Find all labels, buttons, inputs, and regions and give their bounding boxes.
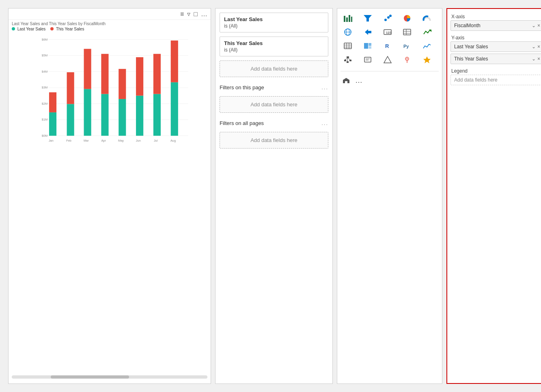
filter-last-year-sales[interactable]: Last Year Sales is (All) (220, 13, 328, 32)
chart-legend: Last Year Sales This Year Sales (9, 27, 211, 33)
svg-rect-28 (171, 82, 178, 136)
kpi-icon[interactable] (420, 26, 434, 39)
filter-icon[interactable]: ▿ (187, 10, 190, 18)
chart-svg: $6M $5M $4M $3M $2M $1M $0M (12, 34, 207, 148)
fiscal-month-text: FiscalMonth (454, 23, 481, 28)
svg-rect-65 (369, 46, 371, 49)
remove-field-icon[interactable]: × (537, 23, 540, 28)
add-data-fields-all[interactable]: Add data fields here (220, 132, 328, 149)
svg-rect-29 (171, 41, 178, 82)
chevron-down-icon-3[interactable]: ⌄ (532, 56, 536, 62)
legend-label: Legend (450, 67, 541, 75)
more-visuals-icon[interactable] (341, 75, 352, 86)
last-year-sales-tag[interactable]: Last Year Sales ⌄ × (450, 41, 541, 52)
svg-rect-21 (101, 54, 108, 94)
this-year-sales-text: This Year Sales (454, 56, 488, 62)
chevron-down-icon[interactable]: ⌄ (532, 23, 536, 28)
map-icon[interactable] (400, 53, 414, 66)
svg-rect-19 (84, 49, 91, 89)
text-box-icon[interactable] (360, 53, 375, 66)
svg-line-72 (345, 58, 348, 60)
filters-on-page-header: Filters on this page ... (216, 81, 332, 92)
viz-extra-row: … (337, 73, 442, 88)
r-script-icon[interactable]: R (380, 39, 395, 52)
filter-this-year-value: is (All) (224, 47, 324, 53)
svg-rect-38 (344, 16, 345, 22)
more-options-icon[interactable]: … (201, 11, 207, 18)
remove-this-year-icon[interactable]: × (537, 56, 540, 62)
svg-rect-70 (347, 61, 349, 63)
filter-this-year-sales[interactable]: This Year Sales is (All) (220, 37, 328, 56)
filter-last-year-title: Last Year Sales (224, 16, 324, 22)
hamburger-icon[interactable]: ≡ (180, 11, 184, 18)
number-card-icon[interactable]: 123 (380, 26, 395, 39)
svg-rect-71 (349, 60, 351, 61)
this-year-sales-tag[interactable]: This Year Sales ⌄ × (450, 54, 541, 64)
svg-rect-24 (136, 96, 143, 136)
last-year-sales-text: Last Year Sales (454, 44, 488, 50)
svg-rect-25 (136, 57, 143, 96)
stacked-bar-icon[interactable] (341, 12, 355, 25)
gauge-icon[interactable] (420, 12, 434, 25)
scatter-icon[interactable] (380, 12, 395, 25)
legend-last-year: Last Year Sales (17, 27, 46, 31)
svg-text:Jun: Jun (136, 139, 141, 142)
svg-text:$0M: $0M (42, 134, 47, 138)
legend-dot-this (50, 27, 54, 30)
svg-text:Jan: Jan (49, 139, 54, 142)
svg-rect-75 (364, 57, 371, 62)
svg-rect-53 (403, 29, 411, 35)
chart-panel: ≡ ▿ □ … Last Year Sales and This Year Sa… (8, 8, 211, 384)
shape-visual-icon[interactable] (380, 53, 395, 66)
svg-text:$6M: $6M (42, 38, 47, 41)
filters-all-pages-label: Filters on all pages (220, 120, 264, 126)
svg-rect-63 (364, 43, 368, 49)
svg-line-73 (348, 58, 350, 60)
funnel-icon[interactable] (360, 12, 375, 25)
svg-rect-23 (119, 69, 126, 99)
svg-rect-69 (344, 60, 346, 61)
pie-icon[interactable] (400, 12, 414, 25)
svg-text:Apr: Apr (101, 139, 106, 142)
add-data-fields-top[interactable]: Add data fields here (220, 60, 328, 77)
svg-point-45 (389, 15, 392, 17)
svg-rect-27 (153, 54, 161, 94)
remove-last-year-icon[interactable]: × (537, 44, 540, 50)
svg-rect-15 (49, 92, 56, 112)
svg-line-74 (347, 58, 348, 61)
table-visual-icon[interactable] (400, 26, 414, 39)
filters-panel: Last Year Sales is (All) This Year Sales… (215, 8, 333, 384)
svg-text:R: R (385, 43, 389, 49)
filters-all-dots[interactable]: ... (321, 120, 328, 126)
viz-dots-button[interactable]: … (353, 75, 364, 86)
legend-section: Legend Add data fields here (450, 67, 541, 85)
svg-point-43 (384, 19, 387, 21)
arrow-back-icon[interactable] (360, 26, 375, 39)
decomp-tree-icon[interactable] (341, 53, 355, 66)
legend-dot-last (12, 27, 15, 30)
line-chart-icon[interactable] (420, 39, 434, 52)
svg-text:$4M: $4M (42, 70, 47, 73)
svg-text:$2M: $2M (42, 102, 47, 106)
python-script-icon[interactable]: Py (400, 39, 414, 52)
fiscal-month-tag[interactable]: FiscalMonth ⌄ × (450, 20, 541, 31)
chart-toolbar: ≡ ▿ □ … (9, 9, 211, 20)
svg-text:$1M: $1M (42, 118, 47, 121)
svg-rect-16 (67, 104, 74, 136)
legend-add-fields[interactable]: Add data fields here (450, 75, 541, 85)
custom-viz-icon[interactable] (420, 53, 434, 66)
add-data-fields-page[interactable]: Add data fields here (220, 96, 328, 113)
matrix-icon[interactable] (341, 39, 355, 52)
svg-text:May: May (118, 139, 124, 142)
svg-text:Mar: Mar (84, 139, 89, 142)
globe-icon[interactable] (341, 26, 355, 39)
svg-marker-83 (343, 78, 349, 83)
treemap-icon[interactable] (360, 39, 375, 52)
chevron-down-icon-2[interactable]: ⌄ (532, 44, 536, 50)
svg-marker-82 (423, 56, 431, 63)
svg-rect-39 (346, 17, 348, 22)
expand-icon[interactable]: □ (194, 11, 198, 18)
svg-rect-58 (344, 43, 351, 49)
filters-page-dots[interactable]: ... (321, 84, 328, 90)
viz-panel: 123 R Py (337, 8, 442, 384)
